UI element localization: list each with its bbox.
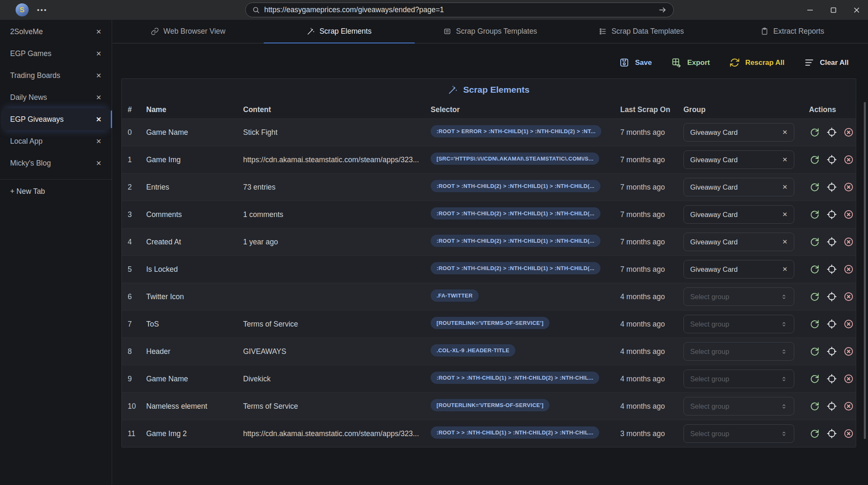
rescrap-row-button[interactable]: [809, 428, 820, 439]
rescrap-row-button[interactable]: [809, 236, 820, 248]
group-select[interactable]: Select group: [683, 424, 794, 443]
selector-badge[interactable]: :ROOT > :NTH-CHILD(2) > :NTH-CHILD(1) > …: [431, 262, 600, 274]
sidebar-tab-trading-boards[interactable]: Trading Boards ✕: [1, 64, 111, 86]
export-button[interactable]: Export: [671, 57, 710, 68]
rescrap-row-button[interactable]: [809, 154, 820, 166]
remove-group-icon[interactable]: ✕: [782, 211, 788, 218]
rescrap-row-button[interactable]: [809, 127, 820, 138]
chevrons-icon[interactable]: [780, 321, 788, 328]
locate-element-button[interactable]: [826, 291, 837, 303]
remove-group-icon[interactable]: ✕: [782, 156, 788, 163]
selector-badge[interactable]: :ROOT > > :NTH-CHILD(1) > :NTH-CHILD(2) …: [431, 372, 599, 384]
new-tab-button[interactable]: + New Tab: [0, 180, 112, 203]
tab-scrap-data-templates[interactable]: Scrap Data Templates: [566, 20, 717, 43]
locate-element-button[interactable]: [826, 236, 837, 248]
selector-badge[interactable]: [ROUTERLINK='\/TERMS-OF-SERVICE']: [431, 399, 549, 411]
selector-badge[interactable]: .COL-XL-9 .HEADER-TITLE: [431, 344, 515, 356]
close-tab-icon[interactable]: ✕: [96, 159, 102, 167]
delete-row-button[interactable]: [843, 291, 854, 303]
group-select[interactable]: Giveaway Card ✕: [683, 233, 794, 251]
chevrons-icon[interactable]: [780, 403, 788, 410]
rescrap-row-button[interactable]: [809, 373, 820, 385]
selector-badge[interactable]: [SRC='HTTPS\:\/\/CDN\.AKAMAI\.STEAMSTATI…: [431, 153, 599, 165]
chevrons-icon[interactable]: [780, 348, 788, 355]
locate-element-button[interactable]: [826, 428, 837, 439]
rescrap-row-button[interactable]: [809, 291, 820, 303]
remove-group-icon[interactable]: ✕: [782, 183, 788, 191]
delete-row-button[interactable]: [843, 428, 854, 439]
locate-element-button[interactable]: [826, 154, 837, 166]
close-window-button[interactable]: [845, 0, 868, 20]
group-select[interactable]: Select group: [683, 315, 794, 333]
selector-badge[interactable]: :ROOT > :NTH-CHILD(2) > :NTH-CHILD(1) > …: [431, 180, 600, 192]
chevrons-icon[interactable]: [780, 375, 788, 383]
maximize-button[interactable]: [822, 0, 845, 20]
selector-badge[interactable]: :ROOT > > :NTH-CHILD(1) > :NTH-CHILD(2) …: [431, 426, 599, 439]
rescrap-row-button[interactable]: [809, 319, 820, 330]
sidebar-tab-daily-news[interactable]: Daily News ✕: [1, 86, 111, 108]
delete-row-button[interactable]: [843, 154, 854, 166]
minimize-button[interactable]: [798, 0, 822, 20]
rescrap-row-button[interactable]: [809, 346, 820, 357]
tab-scrap-elements[interactable]: Scrap Elements: [264, 20, 415, 43]
remove-group-icon[interactable]: ✕: [782, 265, 788, 273]
locate-element-button[interactable]: [826, 401, 837, 412]
delete-row-button[interactable]: [843, 346, 854, 357]
group-select[interactable]: Giveaway Card ✕: [683, 178, 794, 196]
locate-element-button[interactable]: [826, 373, 837, 385]
save-button[interactable]: Save: [619, 57, 652, 68]
app-logo[interactable]: S: [16, 3, 29, 16]
close-tab-icon[interactable]: ✕: [96, 137, 102, 145]
group-select[interactable]: Select group: [683, 287, 794, 306]
sidebar-tab-local-app[interactable]: Local App ✕: [1, 130, 111, 152]
clear-all-button[interactable]: Clear All: [804, 57, 849, 68]
close-tab-icon[interactable]: ✕: [96, 94, 102, 102]
rescrap-row-button[interactable]: [809, 401, 820, 412]
sidebar-tab-2solveme[interactable]: 2SolveMe ✕: [1, 21, 111, 43]
tab-web-browser-view[interactable]: Web Browser View: [113, 20, 264, 43]
close-tab-icon[interactable]: ✕: [96, 50, 102, 58]
url-input[interactable]: https://easygameprices.com/giveaways/end…: [264, 5, 654, 14]
delete-row-button[interactable]: [843, 209, 854, 220]
tab-extract-reports[interactable]: Extract Reports: [717, 20, 868, 43]
rescrap-row-button[interactable]: [809, 182, 820, 193]
delete-row-button[interactable]: [843, 264, 854, 275]
url-bar[interactable]: https://easygameprices.com/giveaways/end…: [245, 3, 674, 17]
group-select[interactable]: Select group: [683, 342, 794, 361]
locate-element-button[interactable]: [826, 182, 837, 193]
group-select[interactable]: Select group: [683, 370, 794, 388]
locate-element-button[interactable]: [826, 264, 837, 275]
selector-badge[interactable]: :ROOT > :NTH-CHILD(2) > :NTH-CHILD(1) > …: [431, 235, 600, 247]
selector-badge[interactable]: :ROOT > ERROR > :NTH-CHILD(1) > :NTH-CHI…: [431, 125, 601, 137]
delete-row-button[interactable]: [843, 401, 854, 412]
delete-row-button[interactable]: [843, 127, 854, 138]
group-select[interactable]: Giveaway Card ✕: [683, 123, 794, 142]
locate-element-button[interactable]: [826, 127, 837, 138]
chevrons-icon[interactable]: [780, 293, 788, 300]
sidebar-tab-micky-s-blog[interactable]: Micky's Blog ✕: [1, 152, 111, 174]
group-select[interactable]: Select group: [683, 397, 794, 415]
locate-element-button[interactable]: [826, 319, 837, 330]
go-arrow-icon[interactable]: [658, 5, 667, 14]
remove-group-icon[interactable]: ✕: [782, 129, 788, 136]
group-select[interactable]: Giveaway Card ✕: [683, 205, 794, 224]
delete-row-button[interactable]: [843, 236, 854, 248]
locate-element-button[interactable]: [826, 346, 837, 357]
close-tab-icon[interactable]: ✕: [96, 28, 102, 36]
scrollbar-thumb[interactable]: [864, 102, 866, 439]
delete-row-button[interactable]: [843, 373, 854, 385]
remove-group-icon[interactable]: ✕: [782, 238, 788, 246]
delete-row-button[interactable]: [843, 182, 854, 193]
locate-element-button[interactable]: [826, 209, 837, 220]
selector-badge[interactable]: [ROUTERLINK='\/TERMS-OF-SERVICE']: [431, 317, 549, 329]
sidebar-tab-egp-games[interactable]: EGP Games ✕: [1, 43, 111, 64]
rescrap-all-button[interactable]: Rescrap All: [729, 57, 785, 68]
selector-badge[interactable]: :ROOT > :NTH-CHILD(2) > :NTH-CHILD(1) > …: [431, 207, 600, 220]
group-select[interactable]: Giveaway Card ✕: [683, 150, 794, 169]
group-select[interactable]: Giveaway Card ✕: [683, 260, 794, 279]
chevrons-icon[interactable]: [780, 430, 788, 437]
rescrap-row-button[interactable]: [809, 264, 820, 275]
sidebar-tab-egp-giveaways[interactable]: EGP Giveaways ✕: [1, 108, 111, 130]
rescrap-row-button[interactable]: [809, 209, 820, 220]
tab-scrap-groups-templates[interactable]: Scrap Groups Templates: [415, 20, 566, 43]
